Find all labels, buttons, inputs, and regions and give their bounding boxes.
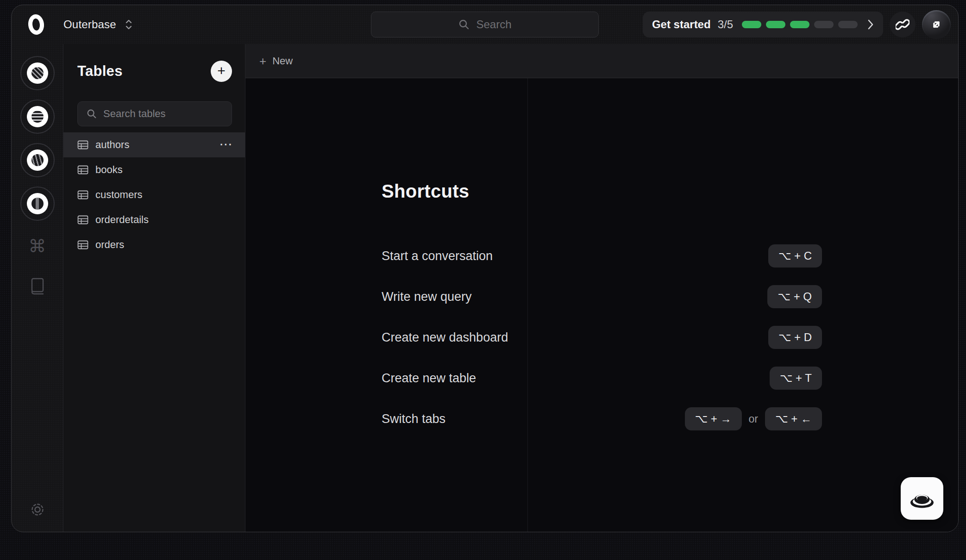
table-name: authors bbox=[95, 139, 129, 151]
table-row-authors[interactable]: authors··· bbox=[63, 132, 245, 157]
copy-link-button[interactable] bbox=[890, 12, 916, 37]
shortcut-row: Start a conversation⌥ + C bbox=[382, 244, 822, 268]
add-table-button[interactable]: + bbox=[211, 61, 232, 82]
workspace-selector-chevrons-icon bbox=[125, 19, 133, 31]
table-grid-icon bbox=[77, 140, 88, 149]
table-name: orderdetails bbox=[95, 214, 149, 226]
base-icon-2[interactable] bbox=[20, 100, 55, 134]
app-body: ⌘ Tables + bbox=[12, 44, 958, 532]
table-row-books[interactable]: books bbox=[63, 157, 245, 182]
get-started-progress-pills bbox=[742, 21, 858, 28]
command-palette-icon[interactable]: ⌘ bbox=[29, 237, 46, 255]
keys-separator: or bbox=[749, 413, 758, 425]
key-badge: ⌥ + T bbox=[770, 367, 822, 390]
progress-pill-todo bbox=[814, 21, 834, 28]
table-row-orders[interactable]: orders bbox=[63, 232, 245, 257]
base-avatar bbox=[27, 149, 48, 171]
docs-book-icon[interactable] bbox=[30, 277, 45, 296]
shortcut-label: Create new table bbox=[382, 371, 476, 386]
shortcut-row: Write new query⌥ + Q bbox=[382, 285, 822, 308]
workspace-name: Outerbase bbox=[63, 18, 116, 31]
base-icon-1[interactable] bbox=[20, 56, 55, 90]
shortcut-keys: ⌥ + D bbox=[768, 326, 822, 349]
table-grid-icon bbox=[77, 165, 88, 174]
desktop-background: { "topbar": { "workspace_name": "Outerba… bbox=[0, 0, 966, 560]
expand-arrows-icon bbox=[928, 17, 944, 32]
progress-pill-done bbox=[790, 21, 809, 28]
base-avatar bbox=[27, 106, 48, 127]
new-tab-label: New bbox=[272, 55, 293, 67]
shortcut-keys: ⌥ + C bbox=[768, 244, 822, 268]
shortcuts-panel: Shortcuts Start a conversation⌥ + CWrite… bbox=[382, 181, 822, 448]
plus-icon: + bbox=[259, 55, 266, 67]
chevron-right-icon bbox=[867, 19, 874, 30]
sidebar-title: Tables bbox=[77, 63, 123, 80]
shortcut-row: Create new dashboard⌥ + D bbox=[382, 326, 822, 349]
key-badge: ⌥ + → bbox=[685, 407, 742, 430]
topbar-actions: Get started 3/5 bbox=[643, 10, 951, 39]
shortcut-row: Create new table⌥ + T bbox=[382, 367, 822, 390]
table-name: orders bbox=[95, 239, 124, 251]
shortcut-keys: ⌥ + →or⌥ + ← bbox=[685, 407, 822, 430]
table-name: customers bbox=[95, 189, 142, 201]
shortcuts-heading: Shortcuts bbox=[382, 181, 822, 202]
tables-sidebar: Tables + Search tables authors···bookscu… bbox=[63, 44, 245, 532]
link-icon bbox=[896, 18, 910, 31]
ai-assistant-button[interactable] bbox=[901, 477, 943, 520]
progress-pill-done bbox=[766, 21, 785, 28]
shortcut-keys: ⌥ + T bbox=[770, 367, 822, 390]
app-window: Outerbase Search Get started 3/5 bbox=[11, 5, 959, 532]
progress-pill-todo bbox=[838, 21, 858, 28]
shortcuts-list: Start a conversation⌥ + CWrite new query… bbox=[382, 244, 822, 430]
easy-button-hat-icon bbox=[909, 485, 935, 512]
base-avatar bbox=[27, 193, 48, 214]
sidebar-header: Tables + bbox=[63, 61, 245, 82]
search-placeholder: Search bbox=[476, 18, 511, 31]
get-started-progress: 3/5 bbox=[718, 18, 733, 31]
shortcut-label: Start a conversation bbox=[382, 249, 493, 263]
row-menu-ellipsis-icon[interactable]: ··· bbox=[220, 139, 233, 151]
content-area: Shortcuts Start a conversation⌥ + CWrite… bbox=[245, 78, 958, 532]
key-badge: ⌥ + Q bbox=[767, 285, 822, 308]
expand-window-button[interactable] bbox=[922, 10, 951, 39]
search-icon bbox=[458, 19, 470, 31]
get-started-label: Get started bbox=[652, 18, 711, 31]
shortcut-label: Write new query bbox=[382, 290, 472, 304]
search-icon bbox=[86, 108, 97, 119]
global-search-input[interactable]: Search bbox=[371, 12, 599, 37]
key-badge: ⌥ + C bbox=[768, 244, 822, 268]
key-badge: ⌥ + ← bbox=[765, 407, 822, 430]
outerbase-logo-icon bbox=[27, 13, 45, 35]
search-tables-placeholder: Search tables bbox=[103, 108, 166, 120]
tab-bar: + New bbox=[245, 44, 958, 78]
shortcut-keys: ⌥ + Q bbox=[767, 285, 822, 308]
workspace-switcher[interactable]: Outerbase bbox=[63, 18, 133, 31]
search-tables-input[interactable]: Search tables bbox=[77, 101, 232, 126]
progress-pill-done bbox=[742, 21, 761, 28]
key-badge: ⌥ + D bbox=[768, 326, 822, 349]
new-tab-button[interactable]: + New bbox=[259, 55, 293, 67]
shortcut-label: Switch tabs bbox=[382, 412, 445, 426]
main-panel: + New Shortcuts Start a conversation⌥ + … bbox=[245, 44, 958, 532]
shortcut-label: Create new dashboard bbox=[382, 330, 508, 345]
table-grid-icon bbox=[77, 240, 88, 249]
tables-list: authors···bookscustomersorderdetailsorde… bbox=[63, 132, 245, 257]
table-name: books bbox=[95, 164, 123, 176]
table-row-customers[interactable]: customers bbox=[63, 182, 245, 207]
base-avatar bbox=[27, 62, 48, 84]
workspace-rail: ⌘ bbox=[12, 44, 63, 532]
base-icon-3[interactable] bbox=[20, 143, 55, 177]
settings-gear-icon[interactable] bbox=[29, 501, 46, 518]
table-row-orderdetails[interactable]: orderdetails bbox=[63, 207, 245, 232]
table-grid-icon bbox=[77, 190, 88, 199]
top-bar: Outerbase Search Get started 3/5 bbox=[12, 5, 958, 44]
table-grid-icon bbox=[77, 215, 88, 224]
get-started-button[interactable]: Get started 3/5 bbox=[643, 12, 883, 37]
shortcut-row: Switch tabs⌥ + →or⌥ + ← bbox=[382, 407, 822, 430]
base-icon-4[interactable] bbox=[20, 187, 55, 221]
